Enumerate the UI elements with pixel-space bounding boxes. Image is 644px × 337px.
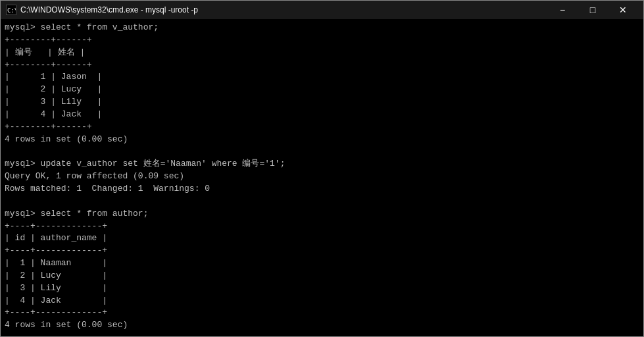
titlebar: C:\ C:\WINDOWS\system32\cmd.exe - mysql … (1, 1, 643, 19)
terminal-output[interactable]: mysql> select * from v_author; +--------… (1, 19, 643, 336)
cmd-window: C:\ C:\WINDOWS\system32\cmd.exe - mysql … (0, 0, 644, 337)
titlebar-left: C:\ C:\WINDOWS\system32\cmd.exe - mysql … (6, 5, 198, 15)
window-title: C:\WINDOWS\system32\cmd.exe - mysql -uro… (20, 5, 198, 14)
minimize-button[interactable]: − (547, 1, 578, 19)
titlebar-controls: − □ ✕ (547, 1, 638, 19)
close-button[interactable]: ✕ (608, 1, 638, 19)
maximize-button[interactable]: □ (578, 1, 608, 19)
cmd-icon: C:\ (6, 5, 16, 15)
svg-text:C:\: C:\ (7, 7, 16, 14)
